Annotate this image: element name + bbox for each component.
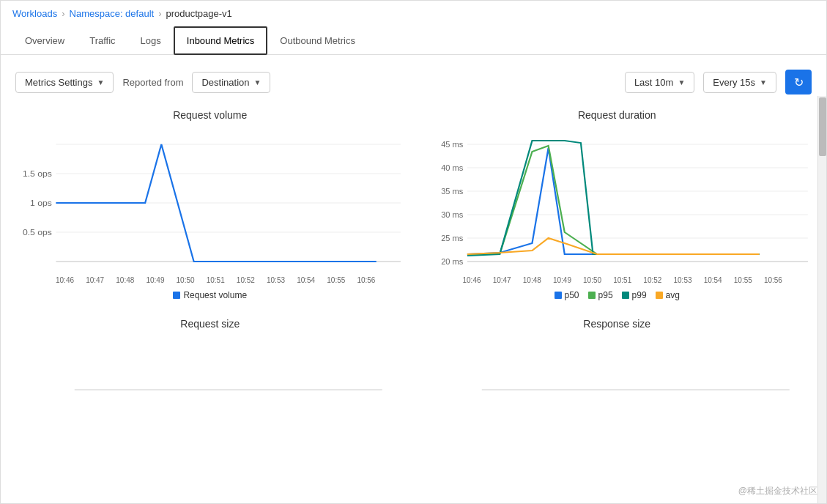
tab-inbound-metrics[interactable]: Inbound Metrics (174, 26, 268, 55)
request-size-title: Request size (15, 318, 405, 330)
tab-outbound-metrics[interactable]: Outbound Metrics (267, 27, 368, 54)
main-content: Metrics Settings ▼ Reported from Destina… (1, 55, 826, 503)
request-duration-legend: p50 p95 p99 avg (423, 290, 812, 300)
request-duration-chart: Request duration 45 ms 40 ms 35 ms (423, 109, 812, 300)
breadcrumb-namespace[interactable]: Namespace: default (70, 8, 155, 19)
destination-label: Destination (201, 77, 249, 88)
request-volume-legend: Request volume (15, 290, 405, 300)
svg-text:40 ms: 40 ms (441, 164, 463, 172)
svg-text:45 ms: 45 ms (441, 141, 463, 149)
time-range-label: Last 10m (634, 77, 673, 88)
tab-bar: Overview Traffic Logs Inbound Metrics Ou… (1, 26, 826, 55)
charts-grid: Request volume 1.5 ops 1 ops 0.5 ops (15, 109, 812, 397)
breadcrumb-sep1: › (62, 8, 64, 19)
legend-p50: p50 (565, 290, 579, 300)
interval-arrow-icon: ▼ (760, 78, 767, 86)
time-range-arrow-icon: ▼ (678, 78, 685, 86)
request-volume-title: Request volume (15, 109, 405, 121)
legend-avg: avg (666, 290, 680, 300)
breadcrumb: Workloads › Namespace: default › product… (1, 1, 826, 26)
destination-button[interactable]: Destination ▼ (192, 72, 270, 93)
request-duration-title: Request duration (423, 109, 812, 121)
response-size-chart: Response size (423, 318, 812, 397)
interval-button[interactable]: Every 15s ▼ (703, 72, 776, 93)
svg-text:30 ms: 30 ms (441, 211, 463, 219)
controls-bar: Metrics Settings ▼ Reported from Destina… (15, 70, 812, 94)
request-size-chart: Request size (15, 318, 405, 397)
svg-text:35 ms: 35 ms (441, 188, 463, 196)
request-volume-x-labels: 10:4610:4710:4810:4910:50 10:5110:5210:5… (15, 276, 405, 284)
svg-text:25 ms: 25 ms (441, 234, 463, 242)
reported-from-label: Reported from (122, 77, 183, 88)
breadcrumb-sep2: › (158, 8, 161, 19)
request-volume-chart: Request volume 1.5 ops 1 ops 0.5 ops (15, 109, 405, 300)
watermark: @稀土掘金技术社区 (738, 485, 817, 497)
metrics-settings-arrow-icon: ▼ (97, 78, 104, 86)
response-size-title: Response size (423, 318, 812, 330)
time-range-button[interactable]: Last 10m ▼ (625, 72, 694, 93)
tab-logs[interactable]: Logs (128, 27, 174, 54)
legend-request-volume: Request volume (183, 290, 247, 300)
refresh-button[interactable]: ↻ (785, 70, 812, 94)
breadcrumb-current: productpage-v1 (166, 8, 232, 19)
legend-p99: p99 (632, 290, 647, 300)
legend-p95: p95 (598, 290, 613, 300)
destination-arrow-icon: ▼ (254, 78, 262, 86)
refresh-icon: ↻ (794, 75, 804, 89)
breadcrumb-workloads[interactable]: Workloads (12, 8, 57, 19)
svg-text:1.5 ops: 1.5 ops (23, 169, 52, 178)
svg-text:0.5 ops: 0.5 ops (23, 228, 52, 237)
tab-traffic[interactable]: Traffic (77, 27, 127, 54)
svg-text:1 ops: 1 ops (30, 199, 52, 207)
svg-text:20 ms: 20 ms (441, 258, 463, 266)
interval-label: Every 15s (713, 77, 755, 88)
metrics-settings-button[interactable]: Metrics Settings ▼ (15, 72, 114, 93)
metrics-settings-label: Metrics Settings (25, 77, 92, 88)
request-duration-x-labels: 10:4610:4710:4810:4910:50 10:5110:5210:5… (423, 276, 812, 284)
tab-overview[interactable]: Overview (12, 27, 77, 54)
